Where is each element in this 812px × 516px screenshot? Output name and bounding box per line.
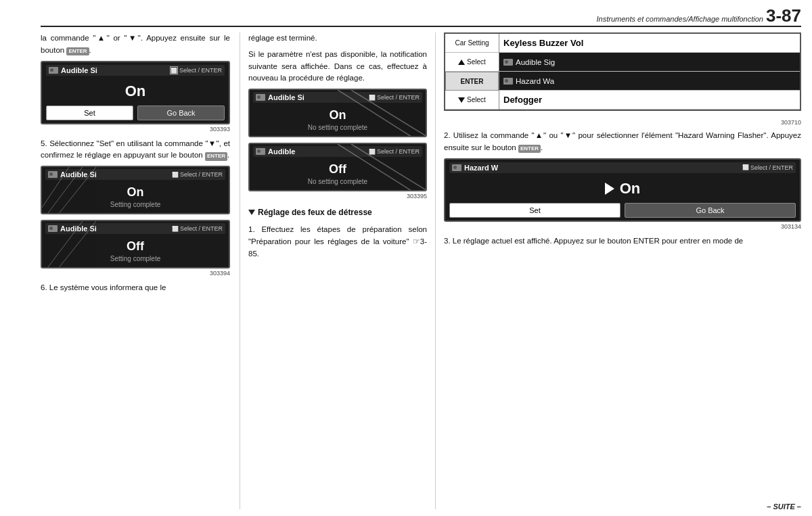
panel-left: Car Setting Select ENTER Select xyxy=(445,34,499,110)
adjust-icon: ⬜ xyxy=(170,66,178,74)
screen-wrapper-4: Audible Si ⬜ Select / ENTER On No settin… xyxy=(248,89,427,137)
screen-6-controls: ⬜ Select / ENTER xyxy=(742,164,793,171)
triangle-down-icon xyxy=(458,97,465,103)
intro-text-left: la commande "▲" or "▼". Appuyez ensuite … xyxy=(41,32,230,57)
screen-1: Audible Si ⬜ Select / ENTER On Set Go Ba… xyxy=(41,61,230,124)
suite-footer: – SUITE – xyxy=(767,502,801,511)
panel-right: Keyless Buzzer Vol Audible Sig Hazard Wa… xyxy=(499,34,800,110)
page-number: 3-87 xyxy=(766,5,801,26)
section-header: Réglage des feux de détresse xyxy=(248,208,427,217)
screen-1-controls: ⬜ Select / ENTER xyxy=(170,66,222,74)
screen-5-container: Audible ⬜ Select / ENTER Off No setting … xyxy=(248,143,427,191)
header-divider xyxy=(41,26,801,27)
screen-6-value-row: On xyxy=(449,176,796,200)
step1-text: 1. Effectuez les étapes de préparation s… xyxy=(248,224,427,260)
image-code-5: 303395 xyxy=(248,193,427,200)
panel-code: 303710 xyxy=(444,119,801,126)
col-separator-1 xyxy=(240,32,240,509)
screen-1-buttons: Set Go Back xyxy=(46,105,225,120)
speaker-icon-5 xyxy=(256,148,265,155)
screen-4-container: Audible Si ⬜ Select / ENTER On No settin… xyxy=(248,89,427,137)
screen-1-value: On xyxy=(46,78,225,103)
set-button-1[interactable]: Set xyxy=(46,105,133,120)
screen-6: Hazard W ⬜ Select / ENTER On Set Go Back xyxy=(444,158,801,222)
mid-para1: Si le paramètre n'est pas disponible, la… xyxy=(248,49,427,85)
image-code-1: 303393 xyxy=(41,126,230,133)
page-header: Instruments et commandes/Affichage multi… xyxy=(597,5,801,26)
image-code-3: 303394 xyxy=(41,270,230,277)
col-mid: réglage est terminé. Si le paramètre n'e… xyxy=(243,32,432,509)
screen-wrapper-3: Audible Si ⬜ Select / ENTER Off Setting … xyxy=(41,220,230,277)
col-separator-2 xyxy=(435,32,436,509)
panel-keyless: Keyless Buzzer Vol xyxy=(499,34,800,53)
step5-text: 5. Sélectionnez "Set" en utilisant la co… xyxy=(41,138,230,162)
enter-badge-2: ENTER xyxy=(205,152,227,160)
set-button-6[interactable]: Set xyxy=(449,203,621,218)
step3-text: 3. Le réglage actuel est affiché. Appuye… xyxy=(444,235,801,248)
screen-wrapper-5: Audible ⬜ Select / ENTER Off No setting … xyxy=(248,143,427,200)
screen-6-title: Hazard W xyxy=(464,164,498,172)
speaker-icon-6 xyxy=(452,164,461,171)
speaker-icon-4 xyxy=(256,94,265,101)
svg-line-6 xyxy=(338,90,426,136)
diagonal-lines-4 xyxy=(250,90,426,136)
panel-select-down: Select xyxy=(445,91,499,110)
section-bullet xyxy=(248,210,255,215)
screen-wrapper-1: Audible Si ⬜ Select / ENTER On Set Go Ba… xyxy=(41,61,230,133)
main-content: la commande "▲" or "▼". Appuyez ensuite … xyxy=(41,32,801,509)
diagonal-lines-3 xyxy=(42,221,229,267)
enter-badge-right: ENTER xyxy=(518,145,541,153)
screen-1-header: Audible Si ⬜ Select / ENTER xyxy=(46,65,225,76)
screen-wrapper-6: Hazard W ⬜ Select / ENTER On Set Go Back… xyxy=(444,158,801,230)
speaker-icon-3 xyxy=(48,225,58,232)
go-back-button-6[interactable]: Go Back xyxy=(625,203,796,218)
header-title: Instruments et commandes/Affichage multi… xyxy=(597,15,763,23)
diagonal-lines-2 xyxy=(42,167,229,213)
svg-line-8 xyxy=(338,144,426,190)
mid-intro: réglage est terminé. xyxy=(248,32,427,45)
diagonal-lines-5 xyxy=(250,144,426,190)
hazard-icon xyxy=(503,78,513,85)
screen-3-container: Audible Si ⬜ Select / ENTER Off Setting … xyxy=(41,220,230,268)
svg-line-5 xyxy=(351,90,426,136)
speaker-icon-2 xyxy=(48,171,58,178)
step6-text: 6. Le système vous informera que le xyxy=(41,282,230,294)
screen-1-title: Audible Si xyxy=(61,66,97,74)
screen-6-buttons: Set Go Back xyxy=(449,203,796,218)
speaker-icon-1 xyxy=(49,67,58,74)
go-back-button-1[interactable]: Go Back xyxy=(137,105,225,120)
triangle-up-icon xyxy=(458,60,465,65)
image-code-6: 303134 xyxy=(444,223,801,230)
panel-defogger: Defogger xyxy=(499,91,800,110)
panel-enter[interactable]: ENTER xyxy=(445,72,499,91)
panel-select-up: Select xyxy=(445,53,499,72)
screen-6-value: On xyxy=(620,180,641,197)
audible-icon xyxy=(503,59,513,66)
col-left: la commande "▲" or "▼". Appuyez ensuite … xyxy=(41,32,237,509)
panel-display: Car Setting Select ENTER Select Keyless … xyxy=(444,32,801,111)
play-arrow-icon xyxy=(605,183,614,195)
screen-6-header: Hazard W ⬜ Select / ENTER xyxy=(449,162,796,173)
panel-hazard: Hazard Wa xyxy=(499,72,800,91)
col-right: Car Setting Select ENTER Select Keyless … xyxy=(438,32,801,509)
section-title: Réglage des feux de détresse xyxy=(258,208,372,217)
panel-car-setting: Car Setting xyxy=(445,34,499,53)
screen-2-container: Audible Si ⬜ Select / ENTER On Setting c… xyxy=(41,166,230,214)
screen-wrapper-2: Audible Si ⬜ Select / ENTER On Setting c… xyxy=(41,166,230,214)
enter-badge-1: ENTER xyxy=(66,47,89,55)
panel-audible: Audible Sig xyxy=(499,53,800,72)
step2-text: 2. Utilisez la commande "▲" ou "▼" pour … xyxy=(444,130,801,154)
svg-line-7 xyxy=(351,144,426,190)
